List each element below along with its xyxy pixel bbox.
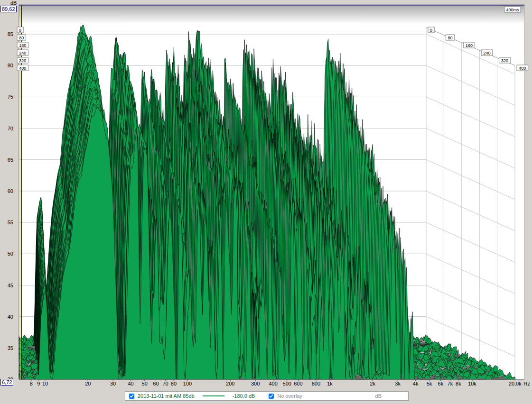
svg-text:5k: 5k — [427, 381, 432, 386]
svg-text:200: 200 — [226, 381, 234, 386]
overlay-label[interactable]: No overlay — [277, 393, 302, 399]
svg-text:160: 160 — [19, 43, 26, 48]
svg-text:65: 65 — [8, 157, 13, 163]
svg-text:3k: 3k — [395, 381, 401, 386]
svg-text:70: 70 — [8, 126, 13, 131]
svg-text:0: 0 — [430, 28, 432, 33]
svg-text:2k: 2k — [370, 381, 375, 386]
svg-text:400: 400 — [519, 66, 526, 71]
svg-text:80: 80 — [448, 36, 453, 40]
svg-text:500: 500 — [283, 381, 291, 386]
svg-text:6k: 6k — [438, 381, 444, 386]
hz-axis-unit-label: Hz — [523, 381, 530, 386]
legend-bar: 2013-11-01 mit AM 85db -180,0 dB No over… — [125, 391, 409, 401]
svg-text:8: 8 — [30, 381, 33, 386]
trace-color-line — [203, 395, 224, 396]
cursor-freq-value: 6,72 — [0, 379, 13, 386]
db-axis-unit-label: dB — [10, 0, 17, 6]
svg-text:20: 20 — [85, 381, 91, 386]
svg-text:300: 300 — [251, 381, 260, 386]
svg-text:240: 240 — [483, 51, 490, 55]
svg-text:50: 50 — [142, 381, 148, 386]
trace-level-value: -180,0 dB — [233, 393, 255, 399]
svg-text:30: 30 — [110, 381, 116, 386]
cursor-db-value: 89,62 — [0, 6, 17, 12]
db-axis-labels: 858075706560555045403530 — [8, 31, 13, 382]
svg-text:75: 75 — [8, 94, 13, 100]
svg-text:320: 320 — [19, 58, 26, 63]
svg-text:35: 35 — [8, 345, 13, 351]
svg-text:1k: 1k — [327, 381, 333, 386]
svg-text:7k: 7k — [448, 381, 453, 386]
svg-text:600: 600 — [294, 381, 302, 386]
svg-text:160: 160 — [466, 43, 473, 48]
overlay-checkbox[interactable] — [269, 394, 274, 399]
svg-text:80: 80 — [19, 36, 24, 40]
svg-text:320: 320 — [501, 58, 508, 63]
svg-text:4k: 4k — [413, 381, 419, 386]
svg-text:240: 240 — [19, 51, 26, 55]
svg-text:40: 40 — [8, 314, 13, 320]
svg-text:8k: 8k — [456, 381, 461, 386]
svg-text:60: 60 — [8, 188, 13, 194]
svg-text:70: 70 — [162, 381, 168, 386]
svg-text:800: 800 — [312, 381, 320, 386]
svg-text:400: 400 — [269, 381, 277, 386]
svg-text:100: 100 — [183, 381, 192, 386]
svg-text:45: 45 — [8, 283, 13, 288]
frequency-axis-labels: 8910203040506070801002003004005006008001… — [30, 379, 530, 386]
svg-text:0: 0 — [19, 28, 21, 33]
svg-text:60: 60 — [153, 381, 159, 386]
svg-text:55: 55 — [8, 220, 13, 225]
svg-text:9: 9 — [37, 381, 40, 386]
svg-text:50: 50 — [8, 251, 13, 257]
trace-label[interactable]: 2013-11-01 mit AM 85db — [138, 393, 195, 399]
svg-text:20,0k: 20,0k — [509, 381, 522, 386]
plot-top-shading — [19, 5, 524, 24]
svg-text:40: 40 — [128, 381, 133, 386]
svg-text:80: 80 — [171, 381, 177, 386]
waterfall-window: 8580757065605550454035308910203040506070… — [0, 0, 532, 404]
svg-text:80: 80 — [8, 63, 13, 68]
svg-text:10k: 10k — [468, 381, 476, 386]
svg-text:400: 400 — [19, 66, 26, 71]
svg-text:10: 10 — [42, 381, 48, 386]
svg-text:400ms: 400ms — [506, 8, 519, 12]
legend-db-unit: dB — [375, 393, 382, 399]
svg-text:85: 85 — [8, 31, 13, 37]
trace-checkbox[interactable] — [129, 394, 134, 399]
waterfall-plot[interactable]: 8580757065605550454035308910203040506070… — [0, 0, 532, 404]
